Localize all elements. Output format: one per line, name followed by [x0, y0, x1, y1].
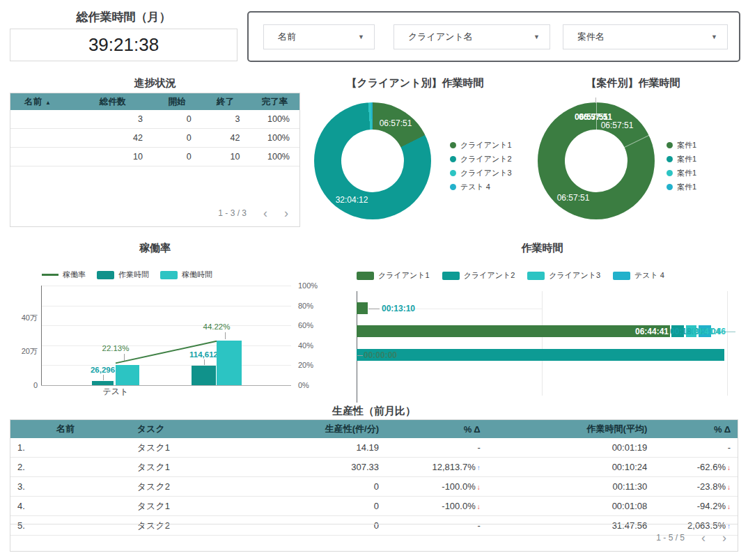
- legend-item: クライアント3: [450, 168, 512, 178]
- legend-item: 案件1: [667, 140, 696, 150]
- prev-page-button[interactable]: ‹: [263, 207, 267, 219]
- column-header[interactable]: 作業時間(平均): [488, 423, 652, 435]
- legend-item: クライアント1: [357, 270, 430, 281]
- legend-label: 稼働時間: [182, 270, 212, 280]
- bar-segment: [357, 302, 368, 314]
- delta-value: -: [728, 442, 731, 453]
- table-row: 4.タスク10-100.0%↓00:01:08-94.2%↓: [10, 497, 738, 516]
- table-cell: 00:01:08: [488, 501, 652, 511]
- column-header[interactable]: 生産性(件/分): [279, 423, 383, 435]
- filter-label: 名前: [278, 31, 296, 43]
- legend-swatch-icon: [450, 142, 456, 148]
- table-cell: 3.: [10, 481, 36, 492]
- legend-item: クライアント1: [450, 140, 512, 150]
- table-cell: 100%: [249, 114, 299, 124]
- table-cell: -100.0%↓: [383, 481, 488, 492]
- legend-label: テスト 4: [460, 182, 490, 192]
- table-cell: 12,813.7%↑: [383, 462, 488, 472]
- progress-title: 進捗状況: [10, 77, 300, 90]
- legend-swatch-icon: [450, 170, 456, 176]
- legend-item: 稼働時間: [160, 270, 212, 280]
- legend-label: クライアント2: [464, 270, 515, 281]
- table-cell: 00:10:24: [488, 462, 652, 472]
- scorecard-value: 39:21:38: [88, 34, 159, 56]
- legend-item: クライアント2: [442, 270, 515, 281]
- filter-label: 案件名: [577, 31, 605, 43]
- table-cell: -100.0%↓: [383, 501, 488, 511]
- column-header[interactable]: 終了: [201, 96, 250, 108]
- legend-label: クライアント1: [460, 140, 512, 150]
- table-cell: タスク1: [112, 500, 279, 513]
- legend-item: 案件1: [667, 154, 696, 164]
- legend-item: 案件1: [667, 182, 696, 192]
- line-connector-line: [124, 354, 125, 361]
- filter-dropdown-name[interactable]: 名前 ▼: [263, 24, 375, 49]
- legend-swatch-icon: [450, 184, 456, 190]
- down-arrow-icon: ↓: [477, 503, 481, 511]
- table-cell: -62.6%↓: [651, 462, 738, 472]
- gridline: [542, 291, 543, 396]
- delta-value: -23.8%: [697, 481, 726, 492]
- progress-table: 名前▲総件数開始終了完了率 303100%42042100%10010100% …: [10, 93, 300, 227]
- table-cell: タスク1: [112, 461, 279, 474]
- table-cell: 42: [73, 133, 153, 143]
- legend-label: クライアント2: [460, 154, 512, 164]
- y-axis-tick-label: 60%: [298, 321, 313, 329]
- legend-item: クライアント2: [450, 154, 512, 164]
- column-header[interactable]: 完了率: [249, 96, 299, 108]
- utilization-line: [41, 286, 291, 385]
- table-cell: 100%: [249, 152, 299, 162]
- pagination-label: 1 - 5 / 5: [656, 533, 685, 543]
- down-arrow-icon: ↓: [477, 483, 481, 491]
- table-cell: 10: [201, 152, 250, 162]
- down-arrow-icon: ↓: [727, 483, 731, 491]
- y-axis-tick-label: 80%: [298, 302, 313, 310]
- table-row: 1.タスク114.19-00:01:19-: [10, 438, 738, 458]
- table-cell: 14.19: [279, 442, 383, 453]
- column-header[interactable]: 総件数: [73, 96, 153, 108]
- donut-slice-label: 32:04:12: [336, 195, 368, 205]
- legend-swatch-icon: [357, 272, 374, 280]
- table-cell: 2.: [10, 462, 36, 472]
- bar-segment: [357, 349, 724, 361]
- column-header[interactable]: タスク: [112, 423, 279, 435]
- utilization-title: 稼働率: [10, 242, 300, 255]
- bar-data-label: 06:44:41: [635, 327, 669, 336]
- delta-value: -: [477, 442, 480, 453]
- column-header-label: 完了率: [261, 97, 288, 107]
- column-header-label: 終了: [217, 97, 234, 107]
- filter-dropdown-client[interactable]: クライアント名 ▼: [394, 24, 550, 49]
- y-axis-tick-label: 100%: [298, 281, 318, 290]
- bar-segment: [357, 325, 670, 337]
- table-cell: 3: [73, 114, 153, 124]
- legend-label: クライアント3: [460, 168, 512, 178]
- delta-value: -100.0%: [442, 501, 475, 511]
- column-header[interactable]: % Δ: [383, 424, 488, 435]
- table-row: 2.タスク1307.3312,813.7%↑00:10:24-62.6%↓: [10, 458, 738, 477]
- y-axis-tick-label: 20万: [10, 346, 38, 357]
- up-arrow-icon: ↑: [477, 464, 481, 472]
- legend-label: テスト 4: [634, 270, 664, 281]
- bar-data-label: 00:00:00: [364, 350, 397, 360]
- donut-slice-label: 06:57:51: [380, 118, 412, 128]
- dashboard: 総作業時間（月） 39:21:38 名前 ▼ クライアント名 ▼ 案件名 ▼ 進…: [0, 0, 748, 560]
- worktime-title: 作業時間: [357, 242, 728, 255]
- column-header[interactable]: % Δ: [651, 424, 738, 435]
- progress-table-body: 303100%42042100%10010100%: [10, 110, 299, 166]
- next-page-button[interactable]: ›: [722, 531, 726, 544]
- legend-swatch-icon: [667, 142, 673, 148]
- column-header[interactable]: 名前▲: [10, 96, 73, 108]
- column-header[interactable]: 開始: [153, 96, 201, 108]
- prev-page-button[interactable]: ‹: [701, 531, 706, 544]
- legend-item: テスト 4: [613, 270, 664, 281]
- table-cell: -94.2%↓: [651, 501, 738, 511]
- progress-table-header: 名前▲総件数開始終了完了率: [10, 93, 299, 110]
- column-header[interactable]: 名前: [36, 423, 112, 435]
- filter-dropdown-project[interactable]: 案件名 ▼: [563, 24, 728, 49]
- next-page-button[interactable]: ›: [284, 207, 288, 219]
- table-cell: 0: [279, 501, 383, 511]
- filter-label: クライアント名: [408, 31, 473, 43]
- delta-value: 12,813.7%: [433, 462, 476, 472]
- table-cell: 4.: [10, 501, 36, 511]
- delta-value: -94.2%: [697, 501, 726, 511]
